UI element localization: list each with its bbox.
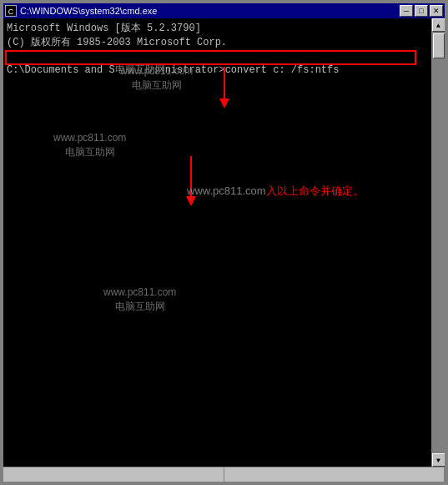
cmd-line-2: (C) 版权所有 1985-2003 Microsoft Corp.: [7, 36, 428, 50]
watermark-3: www.pc811.com 电脑互助网: [103, 285, 176, 314]
status-item-2: [224, 467, 445, 482]
title-bar: C C:\WINDOWS\system32\cmd.exe ─ □ ✕: [3, 3, 445, 18]
wm2-line2: 电脑互助网: [53, 145, 126, 159]
watermark-2: www.pc811.com 电脑互助网: [53, 131, 126, 159]
title-bar-text: C C:\WINDOWS\system32\cmd.exe: [5, 5, 157, 17]
status-bar: [3, 467, 445, 482]
wm3-line1: www.pc811.com: [103, 285, 176, 300]
annotation-main: 入以上命令并确定。: [266, 184, 364, 197]
cmd-line-4: C:\Documents and S电脑互助网nistrator>convert…: [7, 63, 428, 78]
cmd-window: C C:\WINDOWS\system32\cmd.exe ─ □ ✕ Micr…: [2, 2, 446, 483]
window-title: C:\WINDOWS\system32\cmd.exe: [20, 6, 157, 16]
annotation-text: www.pc811.com入以上命令并确定。: [187, 184, 364, 199]
scroll-up-button[interactable]: ▲: [432, 18, 445, 32]
cmd-line-1: Microsoft Windows [版本 5.2.3790]: [7, 22, 428, 36]
scroll-thumb[interactable]: [433, 33, 445, 58]
status-item-1: [3, 467, 224, 482]
scroll-track[interactable]: [432, 32, 445, 453]
minimize-button[interactable]: ─: [400, 5, 413, 17]
annotation-prefix: www.pc811.com: [187, 184, 266, 197]
arrow-2: [162, 156, 220, 206]
wm1-line2: 电脑互助网: [120, 78, 193, 93]
title-bar-controls: ─ □ ✕: [400, 5, 443, 17]
cmd-body: Microsoft Windows [版本 5.2.3790] (C) 版权所有…: [3, 18, 445, 467]
scroll-down-button[interactable]: ▼: [432, 453, 445, 467]
window-icon: C: [5, 5, 17, 17]
scrollbar-vertical: ▲ ▼: [431, 18, 445, 467]
wm2-line1: www.pc811.com: [53, 131, 126, 145]
wm3-line2: 电脑互助网: [103, 300, 176, 314]
cmd-line-3: [7, 50, 428, 64]
close-button[interactable]: ✕: [430, 5, 443, 17]
cmd-content[interactable]: Microsoft Windows [版本 5.2.3790] (C) 版权所有…: [3, 18, 431, 467]
maximize-button[interactable]: □: [415, 5, 428, 17]
